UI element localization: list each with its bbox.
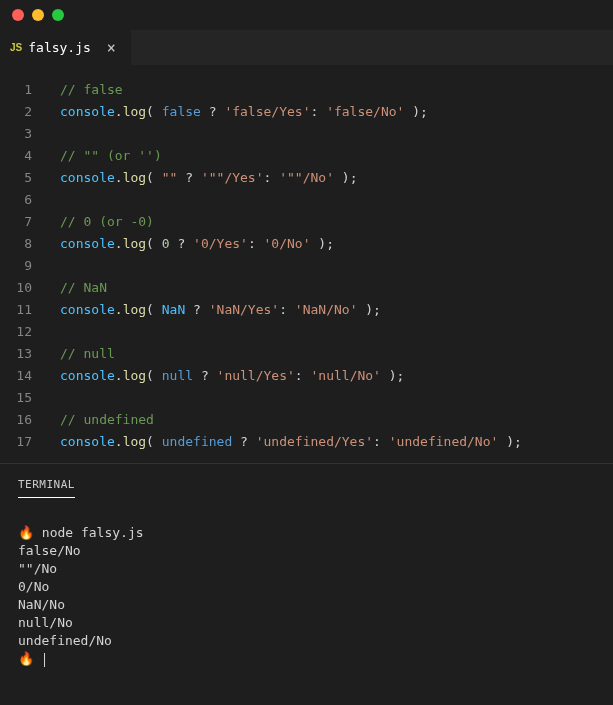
code-line[interactable]: console.log( NaN ? 'NaN/Yes': 'NaN/No' )… xyxy=(60,299,613,321)
line-number: 17 xyxy=(0,431,32,453)
line-number: 8 xyxy=(0,233,32,255)
code-line[interactable]: // undefined xyxy=(60,409,613,431)
terminal-prompt-line: 🔥 node falsy.js xyxy=(18,524,595,542)
terminal-output-line: ""/No xyxy=(18,560,595,578)
code-line[interactable]: // null xyxy=(60,343,613,365)
tab-filename: falsy.js xyxy=(28,40,91,55)
code-line[interactable]: console.log( undefined ? 'undefined/Yes'… xyxy=(60,431,613,453)
line-number: 9 xyxy=(0,255,32,277)
terminal-tab[interactable]: TERMINAL xyxy=(18,478,75,498)
code-line[interactable]: // NaN xyxy=(60,277,613,299)
minimize-window-icon[interactable] xyxy=(32,9,44,21)
terminal-output-line: 0/No xyxy=(18,578,595,596)
code-line[interactable]: // "" (or '') xyxy=(60,145,613,167)
code-area[interactable]: // falseconsole.log( false ? 'false/Yes'… xyxy=(50,79,613,453)
line-number: 7 xyxy=(0,211,32,233)
line-number: 14 xyxy=(0,365,32,387)
window-titlebar xyxy=(0,0,613,30)
line-number: 5 xyxy=(0,167,32,189)
terminal-panel: TERMINAL 🔥 node falsy.jsfalse/No""/No0/N… xyxy=(0,463,613,668)
line-number: 11 xyxy=(0,299,32,321)
line-number: 1 xyxy=(0,79,32,101)
terminal-body[interactable]: 🔥 node falsy.jsfalse/No""/No0/NoNaN/Nonu… xyxy=(18,504,595,668)
terminal-output-line: false/No xyxy=(18,542,595,560)
code-line[interactable]: // false xyxy=(60,79,613,101)
tab-falsy-js[interactable]: JS falsy.js × xyxy=(0,30,131,65)
line-number: 13 xyxy=(0,343,32,365)
line-number: 4 xyxy=(0,145,32,167)
line-number: 10 xyxy=(0,277,32,299)
code-line[interactable]: console.log( 0 ? '0/Yes': '0/No' ); xyxy=(60,233,613,255)
terminal-output-line: NaN/No xyxy=(18,596,595,614)
code-line[interactable] xyxy=(60,255,613,277)
code-line[interactable] xyxy=(60,123,613,145)
code-line[interactable]: // 0 (or -0) xyxy=(60,211,613,233)
code-line[interactable]: console.log( false ? 'false/Yes': 'false… xyxy=(60,101,613,123)
code-editor[interactable]: 1234567891011121314151617 // falseconsol… xyxy=(0,65,613,453)
terminal-output-line: null/No xyxy=(18,614,595,632)
code-line[interactable] xyxy=(60,189,613,211)
editor-tabbar: JS falsy.js × xyxy=(0,30,613,65)
code-line[interactable] xyxy=(60,321,613,343)
terminal-output-line: undefined/No xyxy=(18,632,595,650)
code-line[interactable]: console.log( null ? 'null/Yes': 'null/No… xyxy=(60,365,613,387)
line-number: 16 xyxy=(0,409,32,431)
line-number: 3 xyxy=(0,123,32,145)
close-tab-icon[interactable]: × xyxy=(103,39,120,57)
line-number: 2 xyxy=(0,101,32,123)
code-line[interactable]: console.log( "" ? '""/Yes': '""/No' ); xyxy=(60,167,613,189)
js-file-icon: JS xyxy=(10,42,22,53)
code-line[interactable] xyxy=(60,387,613,409)
line-number: 12 xyxy=(0,321,32,343)
line-number: 15 xyxy=(0,387,32,409)
terminal-cursor xyxy=(44,653,45,667)
terminal-header: TERMINAL xyxy=(18,472,595,504)
close-window-icon[interactable] xyxy=(12,9,24,21)
line-number-gutter: 1234567891011121314151617 xyxy=(0,79,50,453)
line-number: 6 xyxy=(0,189,32,211)
maximize-window-icon[interactable] xyxy=(52,9,64,21)
terminal-prompt-line[interactable]: 🔥 xyxy=(18,650,595,668)
